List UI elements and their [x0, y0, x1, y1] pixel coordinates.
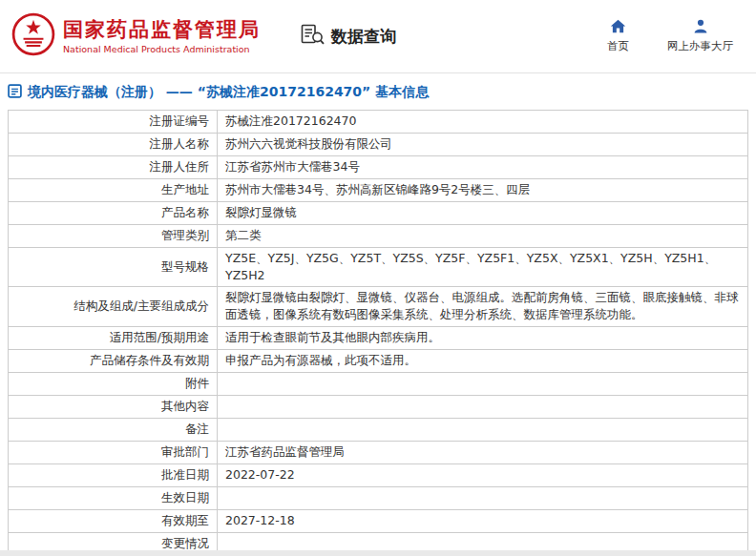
- table-row: 产品名称裂隙灯显微镜: [9, 202, 748, 225]
- table-row: 结构及组成/主要组成成分裂隙灯显微镜由裂隙灯、显微镜、仪器台、电源组成。选配前房…: [9, 287, 748, 326]
- row-value: 江苏省药品监督管理局: [218, 442, 748, 464]
- row-label-text: 注册证编号: [150, 113, 210, 130]
- footer-strip: [0, 550, 756, 556]
- brand: 国家药品监督管理局 National Medical Products Admi…: [11, 12, 261, 60]
- table-row: 适用范围/预期用途适用于检查眼前节及其他眼内部疾病用。: [9, 327, 748, 350]
- row-label: 产品名称: [9, 202, 218, 225]
- table-row: 生效日期: [9, 487, 748, 510]
- home-icon: [610, 19, 626, 36]
- form-icon: [8, 84, 22, 101]
- row-label-text: 其他内容: [161, 398, 209, 415]
- brand-text: 国家药品监督管理局 National Medical Products Admi…: [63, 18, 261, 54]
- row-label: 产品储存条件及有效期: [9, 350, 218, 373]
- row-label-text: 注册人名称: [150, 135, 210, 153]
- row-label: 生效日期: [9, 487, 218, 510]
- row-label-text: 型号规格: [161, 258, 209, 276]
- row-label-text: 附件: [185, 375, 209, 392]
- table-row: 注册证编号苏械注准20172162470: [9, 111, 748, 134]
- row-label-text: 产品名称: [161, 204, 209, 221]
- row-value: 苏械注准20172162470: [218, 111, 748, 134]
- nav-service-hall-label: 网上办事大厅: [667, 39, 733, 53]
- row-value: [218, 487, 748, 510]
- table-row: 备注: [9, 419, 748, 442]
- nav-home[interactable]: 首页: [607, 19, 629, 53]
- row-value: YZ5E、YZ5J、YZ5G、YZ5T、YZ5S、YZ5F、YZ5F1、YZ5X…: [218, 248, 748, 287]
- nav-service-hall[interactable]: 网上办事大厅: [667, 19, 733, 53]
- row-label-text: 生效日期: [161, 489, 209, 506]
- row-label: 型号规格: [9, 248, 218, 287]
- registration-info-table: 注册证编号苏械注准20172162470注册人名称苏州六六视觉科技股份有限公司注…: [8, 110, 748, 556]
- row-label-text: 结构及组成/主要组成成分: [74, 298, 209, 315]
- nav-data-query[interactable]: 数据查询: [301, 24, 396, 50]
- row-label: 注册人住所: [9, 156, 218, 179]
- page-title-bar: 境内医疗器械（注册） —— “苏械注准20172162470” 基本信息: [0, 73, 756, 110]
- row-label-text: 注册人住所: [150, 158, 210, 175]
- row-value: [218, 373, 748, 396]
- row-value: 适用于检查眼前节及其他眼内部疾病用。: [218, 327, 748, 350]
- row-label: 批准日期: [9, 464, 218, 487]
- row-label: 管理类别: [9, 225, 218, 248]
- row-label: 有效期至: [9, 510, 218, 533]
- page: 国家药品监督管理局 National Medical Products Admi…: [0, 0, 756, 556]
- row-value: [218, 396, 748, 419]
- site-header: 国家药品监督管理局 National Medical Products Admi…: [0, 0, 756, 73]
- row-label-text: 批准日期: [161, 466, 209, 484]
- row-label-text: 管理类别: [161, 227, 209, 244]
- row-value: 裂隙灯显微镜由裂隙灯、显微镜、仪器台、电源组成。选配前房角镜、三面镜、眼底接触镜…: [218, 287, 748, 326]
- top-navigation: 首页 网上办事大厅: [607, 19, 741, 53]
- table-row: 审批部门江苏省药品监督管理局: [9, 442, 748, 464]
- table-row: 产品储存条件及有效期申报产品为有源器械，此项不适用。: [9, 350, 748, 373]
- row-label: 注册人名称: [9, 134, 218, 156]
- table-row: 有效期至2027-12-18: [9, 510, 748, 533]
- row-label-text: 适用范围/预期用途: [110, 329, 209, 346]
- row-label: 结构及组成/主要组成成分: [9, 287, 218, 326]
- row-label: 其他内容: [9, 396, 218, 419]
- table-row: 附件: [9, 373, 748, 396]
- national-emblem-logo: [11, 12, 55, 60]
- row-label: 备注: [9, 419, 218, 442]
- row-value: 第二类: [218, 225, 748, 248]
- row-label-text: 备注: [185, 421, 209, 438]
- row-value: 江苏省苏州市大儒巷34号: [218, 156, 748, 179]
- site-title: 国家药品监督管理局: [63, 18, 261, 41]
- nav-home-label: 首页: [607, 39, 629, 53]
- row-label: 注册证编号: [9, 111, 218, 134]
- data-query-icon: [301, 24, 325, 50]
- row-value: 2027-12-18: [218, 510, 748, 533]
- table-row: 生产地址苏州市大儒巷34号、苏州高新区锦峰路9号2号楼三、四层: [9, 179, 748, 202]
- site-subtitle: National Medical Products Administration: [63, 44, 261, 54]
- table-row: 型号规格YZ5E、YZ5J、YZ5G、YZ5T、YZ5S、YZ5F、YZ5F1、…: [9, 248, 748, 287]
- row-label-text: 有效期至: [161, 512, 209, 529]
- table-row: 注册人名称苏州六六视觉科技股份有限公司: [9, 134, 748, 156]
- row-value: 裂隙灯显微镜: [218, 202, 748, 225]
- row-label-text: 生产地址: [161, 181, 209, 198]
- row-label: 生产地址: [9, 179, 218, 202]
- person-icon: [693, 19, 708, 36]
- table-row: 批准日期2022-07-22: [9, 464, 748, 487]
- row-label: 附件: [9, 373, 218, 396]
- page-title: 境内医疗器械（注册） —— “苏械注准20172162470” 基本信息: [28, 84, 429, 101]
- row-value: 2022-07-22: [218, 464, 748, 487]
- row-value: 申报产品为有源器械，此项不适用。: [218, 350, 748, 373]
- data-query-label: 数据查询: [331, 26, 396, 48]
- table-row: 注册人住所江苏省苏州市大儒巷34号: [9, 156, 748, 179]
- table-row: 其他内容: [9, 396, 748, 419]
- row-value: 苏州六六视觉科技股份有限公司: [218, 134, 748, 156]
- row-label-text: 产品储存条件及有效期: [90, 352, 209, 369]
- row-label: 适用范围/预期用途: [9, 327, 218, 350]
- row-label: 审批部门: [9, 442, 218, 464]
- row-value: [218, 419, 748, 442]
- table-row: 管理类别第二类: [9, 225, 748, 248]
- row-label-text: 审批部门: [161, 443, 209, 461]
- row-value: 苏州市大儒巷34号、苏州高新区锦峰路9号2号楼三、四层: [218, 179, 748, 202]
